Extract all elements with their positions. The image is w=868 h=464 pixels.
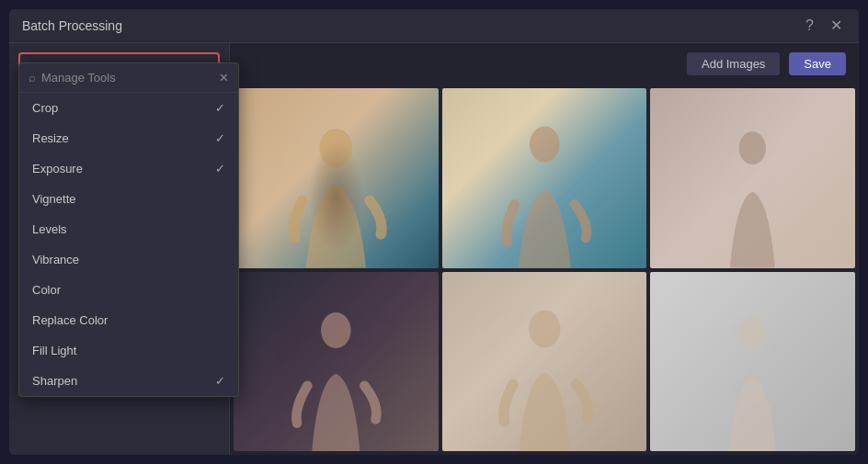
clear-icon[interactable]: ✕ (219, 71, 229, 85)
dropdown-item-label: Exposure (32, 162, 83, 175)
dropdown-panel: ⌕ ✕ Crop✓Resize✓Exposure✓VignetteLevelsV… (18, 62, 239, 397)
save-button[interactable]: Save (789, 52, 846, 75)
modal-title: Batch Processing (22, 18, 122, 33)
dropdown-item-label: Fill Light (32, 344, 76, 357)
svg-point-1 (530, 127, 560, 163)
check-icon: ✓ (215, 374, 225, 388)
check-icon: ✓ (215, 101, 225, 115)
dropdown-search-row: ⌕ ✕ (19, 63, 238, 93)
check-icon: ✓ (215, 162, 225, 175)
svg-point-5 (738, 316, 767, 350)
dropdown-item-vignette[interactable]: Vignette (19, 184, 238, 214)
content-area: Add Images Save (230, 43, 859, 455)
dropdown-item-label: Vignette (32, 192, 75, 206)
svg-point-0 (319, 129, 352, 167)
dropdown-item-sharpen[interactable]: Sharpen✓ (19, 366, 238, 396)
modal-header: Batch Processing ? ✕ (9, 9, 859, 43)
close-button[interactable]: ✕ (827, 17, 846, 35)
search-input[interactable] (41, 71, 213, 85)
dropdown-item-vibrance[interactable]: Vibrance (19, 244, 238, 275)
image-grid (230, 85, 859, 455)
search-icon: ⌕ (29, 71, 36, 85)
image-cell-1 (234, 88, 439, 268)
dropdown-item-label: Vibrance (32, 253, 79, 266)
image-cell-5 (442, 272, 647, 452)
image-cell-4 (234, 272, 439, 452)
help-button[interactable]: ? (802, 17, 817, 35)
add-images-button[interactable]: Add Images (687, 52, 780, 75)
dropdown-item-color[interactable]: Color (19, 275, 238, 305)
dropdown-item-label: Replace Color (32, 313, 108, 327)
content-toolbar: Add Images Save (230, 43, 859, 85)
dropdown-item-label: Sharpen (32, 374, 77, 388)
dropdown-item-label: Color (32, 283, 61, 297)
dropdown-item-levels[interactable]: Levels (19, 214, 238, 244)
batch-processing-modal: Batch Processing ? ✕ Manage Tools › Expo… (9, 9, 859, 455)
svg-point-2 (739, 131, 766, 164)
dropdown-item-label: Crop (32, 101, 58, 115)
dropdown-item-resize[interactable]: Resize✓ (19, 123, 238, 153)
header-icons: ? ✕ (802, 17, 846, 35)
svg-point-3 (321, 311, 351, 347)
dropdown-item-fill-light[interactable]: Fill Light (19, 335, 238, 366)
image-cell-2 (442, 88, 647, 268)
dropdown-item-label: Levels (32, 222, 67, 236)
image-cell-3 (650, 88, 855, 268)
dropdown-item-exposure[interactable]: Exposure✓ (19, 153, 238, 184)
image-cell-6 (650, 272, 855, 452)
modal-body: Manage Tools › Exposure✕Chromatic 5✕Shar… (9, 43, 859, 455)
dropdown-item-crop[interactable]: Crop✓ (19, 93, 238, 123)
dropdown-item-replace-color[interactable]: Replace Color (19, 305, 238, 335)
check-icon: ✓ (215, 131, 225, 145)
dropdown-item-label: Resize (32, 131, 69, 145)
dropdown-items-list: Crop✓Resize✓Exposure✓VignetteLevelsVibra… (19, 93, 238, 396)
svg-point-4 (529, 310, 560, 347)
